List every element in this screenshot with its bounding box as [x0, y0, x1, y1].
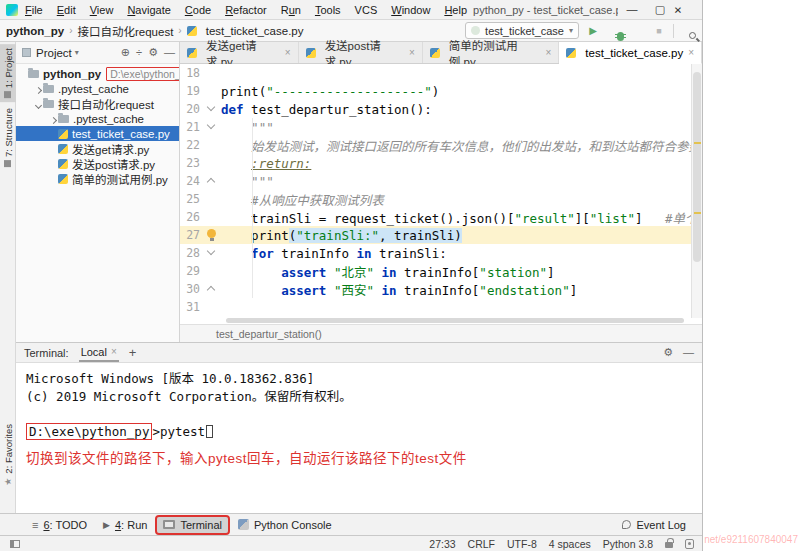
- event-log-button[interactable]: Event Log: [622, 519, 686, 531]
- close-button[interactable]: ×: [674, 1, 702, 19]
- locate-file-button[interactable]: ⊕: [121, 46, 130, 59]
- chevron-right-icon[interactable]: [33, 83, 43, 95]
- python-file-icon: [187, 48, 197, 58]
- code-text: print("trainSli:", trainSli): [221, 228, 462, 243]
- status-interpreter[interactable]: Python 3.8: [603, 538, 653, 550]
- terminal-line: Microsoft Windows [版本 10.0.18362.836]: [26, 368, 702, 386]
- tool-window-button-structure[interactable]: 7: Structure: [0, 104, 16, 171]
- watermark: net/e9211607840047: [704, 534, 798, 545]
- tool-window-button-favorites[interactable]: ★2: Favorites: [0, 420, 16, 491]
- fold-icon[interactable]: [207, 178, 215, 186]
- editor-breadcrumb[interactable]: test_departur_station(): [180, 324, 702, 342]
- menu-item-help[interactable]: Help: [444, 4, 467, 16]
- breadcrumb-item[interactable]: python_py: [6, 25, 64, 37]
- status-line-separator[interactable]: CRLF: [468, 538, 495, 550]
- fold-icon[interactable]: [207, 103, 215, 111]
- editor-tab[interactable]: 简单的测试用例.py×: [423, 42, 560, 63]
- chevron-down-icon[interactable]: ▾: [75, 48, 79, 57]
- terminal-tab-local[interactable]: Local ×: [79, 343, 119, 362]
- tree-item[interactable]: 接口自动化request: [16, 96, 179, 111]
- annotation-text: 切换到该文件的路径下，输入pytest回车，自动运行该路径下的test文件: [26, 447, 702, 467]
- code-line: 23 :return:: [180, 154, 702, 172]
- gear-icon[interactable]: ⚙: [148, 46, 158, 59]
- project-panel-title: Project: [36, 47, 72, 59]
- terminal-prompt-line: D:\exe\python_py>pytest: [26, 422, 702, 440]
- tree-item-label: test_ticket_case.py: [72, 128, 170, 140]
- stop-button[interactable]: ■: [651, 26, 667, 36]
- menu-item-file[interactable]: File: [25, 4, 43, 16]
- tool-window-button-python-console[interactable]: Python Console: [232, 517, 338, 533]
- intention-bulb-icon[interactable]: [207, 229, 216, 238]
- event-log-label: Event Log: [636, 519, 686, 531]
- terminal-output[interactable]: Microsoft Windows [版本 10.0.18362.836](c)…: [16, 363, 702, 513]
- new-terminal-button[interactable]: +: [129, 345, 137, 360]
- chevron-down-icon[interactable]: [33, 98, 43, 110]
- gutter: [206, 100, 221, 118]
- minimize-button[interactable]: —: [618, 0, 646, 19]
- menu-item-view[interactable]: View: [90, 4, 114, 16]
- tree-item[interactable]: python_pyD:\exe\python_py: [16, 66, 179, 81]
- menu-item-vcs[interactable]: VCS: [355, 4, 378, 16]
- inspections-icon[interactable]: [685, 539, 694, 549]
- status-encoding[interactable]: UTF-8: [507, 538, 537, 550]
- tree-item[interactable]: 简单的测试用例.py: [16, 171, 179, 186]
- project-tool-icon: [5, 91, 12, 98]
- fold-icon[interactable]: [207, 286, 215, 294]
- collapse-all-button[interactable]: ÷: [136, 46, 142, 59]
- tool-window-button---run[interactable]: ▶4: Run: [97, 517, 153, 533]
- window-controls: — ▢ ×: [618, 0, 702, 19]
- lock-icon[interactable]: [665, 542, 673, 548]
- pytest-icon: [471, 26, 480, 35]
- tree-item[interactable]: test_ticket_case.py: [16, 126, 179, 141]
- hide-panel-button[interactable]: —: [164, 46, 175, 59]
- menu-item-code[interactable]: Code: [185, 4, 211, 16]
- breadcrumb-item[interactable]: test_ticket_case.py: [206, 25, 304, 37]
- editor-tab-label: test_ticket_case.py: [585, 47, 683, 59]
- gear-icon[interactable]: ⚙: [663, 346, 673, 359]
- breadcrumb-separator: ›: [69, 25, 72, 36]
- tool-window-button---todo[interactable]: ≡6: TODO: [26, 517, 93, 533]
- menu-item-run[interactable]: Run: [281, 4, 301, 16]
- hide-panel-button[interactable]: —: [683, 346, 694, 359]
- close-icon[interactable]: ×: [546, 47, 552, 58]
- menu-item-tools[interactable]: Tools: [315, 4, 341, 16]
- tool-window-button-terminal[interactable]: Terminal: [157, 517, 228, 533]
- maximize-button[interactable]: ▢: [646, 0, 674, 19]
- status-caret-position[interactable]: 27:33: [429, 538, 455, 550]
- close-icon[interactable]: ×: [285, 47, 291, 58]
- tree-item[interactable]: 发送get请求.py: [16, 141, 179, 156]
- horizontal-scrollbar[interactable]: [180, 318, 702, 324]
- code-text: 始发站测试，测试接口返回的所有车次信息，他们的出发站，和到达站都符合参数约定: [221, 136, 702, 155]
- tree-item[interactable]: 发送post请求.py: [16, 156, 179, 171]
- tree-item[interactable]: .pytest_cache: [16, 111, 179, 126]
- tool-window-button-project[interactable]: 1: Project: [0, 44, 16, 102]
- code-editor[interactable]: 1819print("--------------------")20def t…: [180, 64, 702, 318]
- close-icon[interactable]: ×: [688, 47, 694, 58]
- menu-item-navigate[interactable]: Navigate: [127, 4, 170, 16]
- terminal-line: [26, 404, 702, 422]
- tree-item[interactable]: .pytest_cache: [16, 81, 179, 96]
- menu-item-refactor[interactable]: Refactor: [225, 4, 267, 16]
- breadcrumb-item[interactable]: 接口自动化request: [77, 23, 173, 39]
- code-text: trainSli = request_ticket().json()["resu…: [221, 208, 702, 227]
- status-indent-style[interactable]: 4 spaces: [549, 538, 591, 550]
- menu-item-edit[interactable]: Edit: [57, 4, 76, 16]
- fold-icon[interactable]: [207, 121, 215, 129]
- chevron-right-icon[interactable]: [48, 113, 58, 125]
- run-button[interactable]: ▶: [585, 25, 601, 36]
- editor-scrollbar[interactable]: [691, 64, 702, 318]
- line-number: 18: [180, 66, 206, 80]
- editor-tab[interactable]: test_ticket_case.py×: [559, 42, 702, 64]
- breadcrumb-separator: ›: [178, 25, 181, 36]
- close-icon[interactable]: ×: [409, 47, 415, 58]
- editor-tab[interactable]: 发送post请求.py×: [299, 42, 423, 63]
- fold-icon[interactable]: [207, 247, 215, 255]
- editor-tab[interactable]: 发送get请求.py×: [180, 42, 299, 63]
- python-file-icon: [58, 129, 68, 139]
- tree-item-label: 发送get请求.py: [72, 141, 149, 157]
- window-title: python_py - test_ticket_case.py - PyChar…: [467, 4, 618, 16]
- code-line: 26 trainSli = request_ticket().json()["r…: [180, 208, 702, 226]
- close-icon[interactable]: ×: [111, 346, 117, 357]
- menu-item-window[interactable]: Window: [391, 4, 430, 16]
- tool-window-switcher-icon[interactable]: [10, 540, 20, 548]
